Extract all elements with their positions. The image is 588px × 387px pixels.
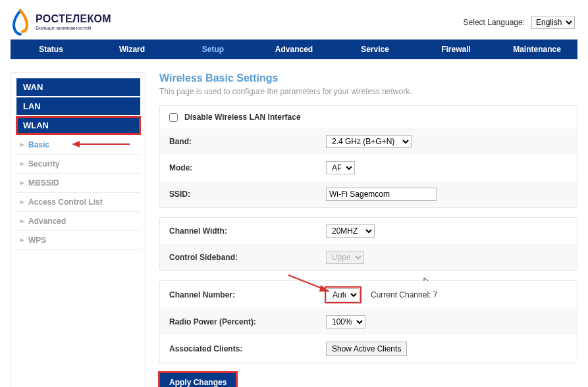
nav-status[interactable]: Status <box>11 39 92 59</box>
sidebar-lan[interactable]: LAN <box>16 97 140 115</box>
sidebar-wan[interactable]: WAN <box>16 78 140 96</box>
sidebar-sub-basic-label: Basic <box>28 140 49 149</box>
language-label: Select Language: <box>464 18 525 27</box>
sidebar: WAN LAN WLAN Basic Security MBSSID Acces… <box>11 72 146 387</box>
mode-label: Mode: <box>169 163 326 172</box>
band-select[interactable]: 2.4 GHz (B+G+N) <box>326 135 412 148</box>
nav-wizard[interactable]: Wizard <box>92 39 173 59</box>
nav-setup[interactable]: Setup <box>173 39 254 59</box>
ssid-label: SSID: <box>169 190 326 199</box>
mode-select[interactable]: AP <box>326 161 355 174</box>
sidebar-sub-acl[interactable]: Access Control List <box>16 193 140 212</box>
sidebar-sub-security[interactable]: Security <box>16 155 140 174</box>
brand-tagline: Больше возможностей <box>36 26 111 31</box>
annotation-arrow-icon <box>285 272 331 296</box>
page-title: Wireless Basic Settings <box>159 72 577 84</box>
main-nav: Status Wizard Setup Advanced Service Fir… <box>11 39 577 59</box>
channel-width-select[interactable]: 20MHZ <box>326 224 375 238</box>
associated-clients-label: Associated Clients: <box>169 344 326 353</box>
svg-line-2 <box>288 275 323 289</box>
brand-name: РОСТЕЛЕКОМ <box>36 14 111 24</box>
sidebar-sub-basic[interactable]: Basic <box>16 136 140 155</box>
brand-logo: РОСТЕЛЕКОМ Больше возможностей <box>11 5 111 39</box>
apply-changes-button[interactable]: Apply Changes <box>160 373 236 387</box>
svg-marker-3 <box>319 285 330 292</box>
control-sideband-select: Upper <box>326 251 364 264</box>
ssid-input[interactable] <box>326 188 437 201</box>
current-channel-text: Current Channel: 7 <box>371 290 437 299</box>
annotation-arrow-icon <box>72 140 131 151</box>
nav-firewall[interactable]: Firewall <box>415 39 496 59</box>
band-label: Band: <box>169 137 326 146</box>
radio-power-label: Radio Power (Percent): <box>169 317 326 326</box>
language-select[interactable]: English <box>531 16 575 29</box>
svg-marker-1 <box>72 141 80 147</box>
control-sideband-label: Control Sideband: <box>169 253 326 262</box>
nav-maintenance[interactable]: Maintenance <box>496 39 577 59</box>
sidebar-sub-mbssid[interactable]: MBSSID <box>16 174 140 193</box>
page-description: This page is used to configure the param… <box>159 87 577 96</box>
radio-power-select[interactable]: 100% <box>326 315 365 328</box>
channel-width-label: Channel Width: <box>169 226 326 236</box>
nav-advanced[interactable]: Advanced <box>254 39 334 59</box>
channel-number-select[interactable]: Auto <box>327 288 360 301</box>
sidebar-wlan[interactable]: WLAN <box>16 116 140 134</box>
disable-wlan-checkbox[interactable] <box>169 113 178 122</box>
sidebar-sub-wps[interactable]: WPS <box>16 231 140 250</box>
show-active-clients-button[interactable]: Show Active Clients <box>326 342 407 356</box>
disable-wlan-label: Disable Wireless LAN Interface <box>184 113 301 122</box>
logo-icon <box>11 9 30 36</box>
sidebar-sub-advanced[interactable]: Advanced <box>16 212 140 231</box>
nav-service[interactable]: Service <box>334 39 415 59</box>
